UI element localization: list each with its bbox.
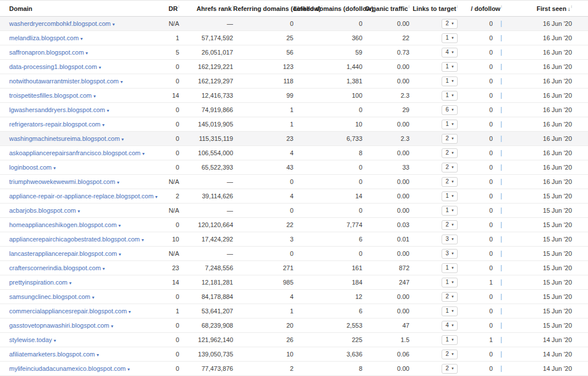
domain-link[interactable]: mylifeinciudadacunamexico.blogspot.com [9,365,126,372]
chevron-down-icon[interactable]: ▾ [141,237,144,243]
column-header-domain[interactable]: Domain [0,5,158,12]
domain-link[interactable]: lancasterappliancerepair.blogspot.com [9,250,117,257]
domain-link[interactable]: appliance-repair-or-appliance-replace.bl… [9,193,153,199]
chevron-down-icon[interactable]: ▾ [86,51,88,56]
chevron-down-icon[interactable]: ▾ [118,223,121,228]
links-to-target-cell: 2 ▾ [409,220,459,230]
organic-traffic-value: 0.00 [362,308,409,314]
links-to-target-dropdown[interactable]: 1 ▾ [442,278,458,287]
domain-link[interactable]: melandliza.blogspot.com [9,34,79,41]
chevron-down-icon[interactable]: ▾ [142,151,145,156]
column-header-organic-traffic[interactable]: Organic traffici [362,5,409,12]
chevron-down-icon[interactable]: ▾ [102,122,105,128]
column-header-dr[interactable]: DRi [158,5,179,12]
links-to-target-dropdown[interactable]: 6 ▾ [442,105,458,115]
links-to-target-dropdown[interactable]: 2 ▾ [442,350,458,359]
chevron-down-icon[interactable]: ▾ [94,94,96,99]
column-header-links-to-target[interactable]: Links to targeti [409,5,459,12]
column-header-first-seen[interactable]: First seen↓i [502,5,588,12]
links-to-target-value: 2 [446,351,449,358]
domain-cell: data-processing1.blogspot.com▾ [0,63,158,70]
domain-cell: stylewise.today▾ [0,336,158,343]
domain-link[interactable]: refrigerators-repair.blogspot.com [9,121,100,128]
links-to-target-dropdown[interactable]: 1 ▾ [442,191,458,201]
links-to-target-dropdown[interactable]: 1 ▾ [442,33,458,43]
links-to-target-dropdown[interactable]: 2 ▾ [442,163,458,172]
domain-link[interactable]: homeapplianceshikogen.blogspot.com [9,221,117,228]
domain-link[interactable]: washerdryercombohkf.blogspot.com [9,20,111,27]
links-to-target-dropdown[interactable]: 2 ▾ [442,220,458,230]
chevron-down-icon[interactable]: ▾ [103,266,105,271]
links-to-target-dropdown[interactable]: 1 ▾ [442,335,458,345]
column-header-linked-domains[interactable]: Linked domains (dofollow)i [293,5,362,12]
chevron-down-icon[interactable]: ▾ [96,352,99,358]
linked-domains-value: 12 [293,293,362,300]
dofollow-value: 0 [489,106,493,113]
chevron-down-icon[interactable]: ▾ [80,36,83,41]
chevron-down-icon[interactable]: ▾ [107,108,109,113]
links-to-target-dropdown[interactable]: 2 ▾ [442,19,458,29]
domain-link[interactable]: gasstovetopnawashiri.blogspot.com [9,322,109,329]
column-header-ahrefs-rank[interactable]: Ahrefs ranki [179,5,233,12]
links-to-target-dropdown[interactable]: 3 ▾ [442,249,458,259]
domain-link[interactable]: lgwashersanddryers.blogspot.com [9,106,105,113]
chevron-down-icon[interactable]: ▾ [78,209,80,214]
domain-link[interactable]: saffronapron.blogspot.com [9,49,84,56]
chevron-down-icon[interactable]: ▾ [119,252,121,257]
chevron-down-icon[interactable]: ▾ [92,295,94,300]
domain-link[interactable]: commercialappliancesrepair.blogspot.com [9,308,127,314]
domain-link[interactable]: data-processing1.blogspot.com [9,63,97,70]
links-to-target-dropdown[interactable]: 1 ▾ [442,62,458,72]
chevron-down-icon[interactable]: ▾ [127,367,130,372]
domain-link[interactable]: askoappliancerepairsanfrancisco.blogspot… [9,149,141,156]
domain-link[interactable]: appliancerepairchicagobestrated.blogspot… [9,236,140,243]
chevron-down-icon[interactable]: ▾ [117,180,119,185]
links-to-target-dropdown[interactable]: 1 ▾ [442,263,458,273]
first-seen-value: 15 Jun '20 [502,250,588,257]
chevron-down-icon[interactable]: ▾ [111,324,113,329]
links-to-target-dropdown[interactable]: 1 ▾ [442,206,458,216]
chevron-down-icon[interactable]: ▾ [129,309,131,314]
dofollow-value: 0 [489,78,493,85]
table-row: askoappliancerepairsanfrancisco.blogspot… [0,146,588,160]
dofollow-value: 0 [489,351,493,358]
chevron-down-icon[interactable]: ▾ [99,65,101,70]
chevron-down-icon[interactable]: ▾ [69,281,72,286]
chevron-down-icon: ▾ [451,92,454,99]
domain-link[interactable]: troispetitesfilles.blogspot.com [9,92,92,99]
domain-link[interactable]: acbarjobs.blogspot.com [9,207,76,214]
links-to-target-dropdown[interactable]: 3 ▾ [442,235,458,244]
domain-link[interactable]: notwithoutawarrantmister.blogspot.com [9,78,119,85]
domain-link[interactable]: loginboost.com [9,164,52,171]
domain-link[interactable]: crafterscornerindia.blogspot.com [9,264,101,271]
domain-link[interactable]: afiliatemarketers.blogspot.com [9,351,95,358]
chevron-down-icon[interactable]: ▾ [53,166,56,171]
links-to-target-dropdown[interactable]: 2 ▾ [442,134,458,144]
domain-link[interactable]: triumphweowekewewmi.blogspot.com [9,178,115,185]
domain-link[interactable]: stylewise.today [9,336,52,343]
chevron-down-icon[interactable]: ▾ [54,338,56,343]
links-to-target-dropdown[interactable]: 1 ▾ [442,76,458,86]
domain-link[interactable]: washingmachinetsureima.blogspot.com [9,135,120,142]
domain-link[interactable]: prettyinspiration.com [9,279,68,286]
links-to-target-dropdown[interactable]: 4 ▾ [442,321,458,331]
dr-value: 1 [158,34,179,41]
links-to-target-dropdown[interactable]: 2 ▾ [442,148,458,158]
column-header-dofollow[interactable]: / dofollowi [459,5,502,12]
links-to-target-dropdown[interactable]: 1 ▾ [442,91,458,101]
chevron-down-icon[interactable]: ▾ [122,137,124,142]
referring-domains-value: 0 [233,207,293,214]
links-to-target-dropdown[interactable]: 2 ▾ [442,364,458,374]
links-to-target-dropdown[interactable]: 4 ▾ [442,48,458,57]
column-header-referring-domains[interactable]: Referring domains (dofollow)i [233,5,293,12]
chevron-down-icon[interactable]: ▾ [121,79,123,85]
links-to-target-dropdown[interactable]: 2 ▾ [442,177,458,187]
links-to-target-dropdown[interactable]: 1 ▾ [442,120,458,129]
links-to-target-dropdown[interactable]: 2 ▾ [442,292,458,302]
chevron-down-icon: ▾ [451,106,454,113]
referring-domains-value: 3 [233,236,293,243]
links-to-target-dropdown[interactable]: 1 ▾ [442,306,458,316]
chevron-down-icon[interactable]: ▾ [113,22,115,27]
chevron-down-icon[interactable]: ▾ [155,194,157,199]
domain-link[interactable]: samsungclinec.blogspot.com [9,293,90,300]
